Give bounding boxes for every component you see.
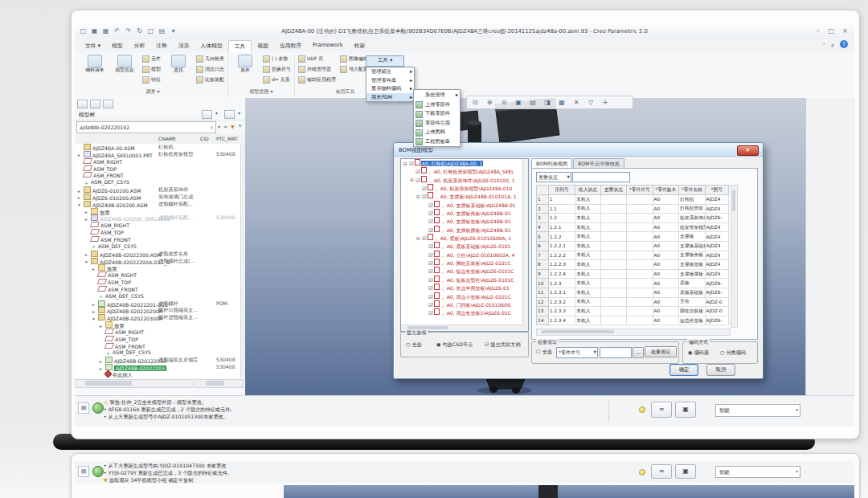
checkbox-checked-icon[interactable]: ☑ bbox=[428, 227, 433, 233]
tree-row[interactable]: ASM_FRONT bbox=[75, 286, 240, 293]
tree-row[interactable]: AJDZ48A-00.ASM灯检机 bbox=[75, 144, 240, 151]
tree-row[interactable]: ▸AJDZ48B-020220200A螺杆出瓶端装支... bbox=[75, 307, 240, 314]
browser-toggle-icon[interactable] bbox=[92, 466, 104, 477]
tree-row[interactable]: ▸AJDZ48B-020200_SKEL0001进瓶螺杆装配...S30408 bbox=[75, 214, 240, 222]
bom-table-row[interactable]: 81.2.2.3未检入A0支撑板垫板AJDZ4 bbox=[537, 260, 729, 270]
menu-item-工程图签章[interactable]: 工程图签章 bbox=[414, 137, 460, 146]
display-style-icon[interactable]: ▤ bbox=[526, 98, 539, 108]
add-filter-icon[interactable]: + bbox=[238, 123, 243, 129]
bom-tree-row[interactable]: ☑， A0, 支撑板垫板\AJDZ48B-01 bbox=[401, 217, 528, 225]
tree-row[interactable]: ▸AJDZ48B-02022201-D11进瓶螺杆POM bbox=[75, 300, 240, 308]
repaint-icon[interactable]: ▣ bbox=[512, 98, 525, 108]
bom-table-vscrollbar[interactable] bbox=[731, 185, 738, 328]
bom-tree-row[interactable]: ☑， A0, 支撑板撑板\AJDZ48B-01 bbox=[401, 226, 528, 234]
tree-row[interactable]: +ASM_DEF_CSYS bbox=[75, 349, 240, 357]
tree-h-scrollbar-left[interactable] bbox=[75, 379, 194, 388]
bom-column-检入状态[interactable]: 检入状态 bbox=[575, 186, 600, 195]
tools-flyout-button[interactable]: 工具 ▾ bbox=[366, 55, 404, 67]
tree-toggle-icon[interactable]: ▤ bbox=[78, 402, 89, 414]
batch-browse-button[interactable]: ... bbox=[633, 347, 644, 358]
tree-row[interactable]: ASM_TOP bbox=[75, 279, 240, 286]
tree-settings-dropdown[interactable]: ▾ bbox=[202, 110, 218, 119]
checkbox-checked-icon[interactable]: ☑ bbox=[428, 268, 433, 275]
tree-row[interactable]: +ASM_DEF_CSYS bbox=[75, 293, 240, 300]
tree-row[interactable]: ▸AJDZ6-010100.ASM机架及装饰件 bbox=[75, 186, 240, 194]
checkbox-checked-icon[interactable]: ☑ bbox=[428, 285, 433, 292]
bom-column-查重状态[interactable]: 查重状态 bbox=[600, 186, 626, 195]
ribbon-button-物料清单[interactable]: 物料清单 bbox=[81, 54, 108, 73]
checkbox-checked-icon[interactable]: ☑ bbox=[428, 260, 433, 267]
bom-table-row[interactable]: 21.1未检入A0灯检机骨架..AJDZ4 bbox=[537, 204, 729, 214]
batch-value-input[interactable] bbox=[600, 347, 632, 358]
tree-row[interactable]: ▸放置 bbox=[75, 208, 240, 215]
checkbox-checked-icon[interactable]: ☑ bbox=[409, 161, 414, 167]
tree-row[interactable]: ASM_TOP bbox=[75, 229, 240, 236]
maximize-button[interactable]: □ bbox=[827, 27, 836, 35]
bom-table-row[interactable]: 91.2.2.4未检入A0支撑板撑板AJDZ4 bbox=[537, 269, 729, 279]
ribbon-button-元件[interactable]: 元件 bbox=[142, 54, 161, 63]
bom-tree-row[interactable]: ☑， A0, 底板基础板\AJDZ6-0101 bbox=[401, 242, 528, 250]
bom-table-row[interactable]: 131.2.3.3未检入A0脚轮安装板AJDZ-0 bbox=[537, 307, 729, 316]
menu-item-用友PDM[interactable]: 用友PDM▸ bbox=[366, 93, 414, 102]
saved-orientations-icon[interactable]: ◨ bbox=[541, 98, 554, 108]
batch-fill-button[interactable]: 批量填写 bbox=[645, 346, 677, 357]
bom-table-row[interactable]: 51.2.2未检入A0支撑板AJDZ4 bbox=[537, 232, 729, 242]
cancel-button[interactable]: 取消 bbox=[706, 364, 735, 376]
menu-tab-分析[interactable]: 分析 bbox=[129, 40, 151, 52]
menu-tab-渲染[interactable]: 渲染 bbox=[173, 40, 195, 52]
dialog-close-button[interactable]: ✕ bbox=[737, 145, 759, 156]
expander-icon[interactable]: ⊟ bbox=[416, 193, 422, 201]
bom-tree-row[interactable]: ⊟☑， A0, 支撑板\AJDZ48B-010101A, 1 bbox=[401, 192, 528, 200]
bom-tree-vscrollbar[interactable] bbox=[522, 159, 528, 331]
tree-row[interactable]: ▸AJDZ6-010200.ASM装饰玻璃门总成 bbox=[75, 194, 240, 201]
tree-row[interactable]: ▸AJDZ48A_SKEL0001.PRT灯检机骨架模型S30408 bbox=[75, 151, 240, 158]
tree-row[interactable]: 在此插入 bbox=[75, 371, 240, 378]
radio-coder[interactable]: ◉ 编码器 bbox=[688, 349, 709, 357]
tree-row[interactable]: ASM_FRONT bbox=[75, 172, 240, 179]
bom-tree-row[interactable]: ☑， A0, 短板造型柱\AJDZ6-0101C bbox=[401, 276, 528, 284]
bom-column-*图号[interactable]: *图号 bbox=[705, 186, 728, 195]
menu-item-下载零部件[interactable]: 下载零部件 bbox=[414, 108, 460, 118]
bom-table-hscrollbar[interactable] bbox=[536, 329, 731, 336]
checkbox-checked-icon[interactable]: ☑ bbox=[422, 235, 427, 242]
tree-show-dropdown[interactable]: ▾ bbox=[224, 110, 240, 119]
ribbon-button-几何检查[interactable]: 几何检查 bbox=[196, 54, 224, 63]
help-icon[interactable]: ? bbox=[840, 40, 848, 48]
tree-row[interactable]: ▾AJDZ48B-020220300A螺杆进瓶端装支... bbox=[75, 314, 240, 321]
bom-tree-row[interactable]: ☑， A0, 短边长垫板\AJDZ6-0101C bbox=[401, 267, 528, 275]
dup-status-combo[interactable]: 查重状态 ▼ bbox=[536, 172, 571, 182]
tree-row[interactable]: ▾AJDZ48B-02022200A-D11_5进瓶螺杆总成(... bbox=[75, 258, 240, 265]
checkbox-checked-icon[interactable]: ☑ bbox=[422, 194, 427, 200]
bom-table-row[interactable]: 121.2.3.2未检入A0立柱AJDZ-0 bbox=[537, 297, 729, 307]
menu-tab-工具[interactable]: 工具 bbox=[228, 40, 252, 52]
tree-row[interactable]: ASM_RIGHT bbox=[75, 158, 240, 165]
ribbon-button-外线管理器[interactable]: 外线管理器 bbox=[298, 64, 336, 74]
expander-icon[interactable]: ⊟ bbox=[403, 160, 409, 168]
ribbon-button-( ) 参数[interactable]: ( ) 参数 bbox=[263, 54, 291, 63]
tree-search-input[interactable]: ajdz48b-020220102 × bbox=[76, 121, 216, 133]
selection-filter-combo[interactable]: 智能 ▾ bbox=[715, 466, 800, 478]
minimize-ribbon-icon[interactable]: ^ bbox=[821, 42, 825, 47]
zoom-in-icon[interactable]: ⊕ bbox=[483, 98, 496, 108]
annotation-display-icon[interactable]: ▽ bbox=[584, 98, 597, 108]
bom-column-rownum[interactable] bbox=[537, 186, 549, 195]
bom-tree-row[interactable]: ⊟☑， A0, 底板\AJDZ6-01010600A, 1 bbox=[401, 234, 528, 242]
clear-search-icon[interactable]: × bbox=[210, 124, 214, 131]
ribbon-button-消息日志[interactable]: 消息日志 bbox=[196, 64, 224, 74]
bom-table-row[interactable]: 11未检入A0灯检机AJDZ4 bbox=[537, 195, 729, 205]
menu-item-零部件引用[interactable]: 零部件引用 bbox=[414, 118, 460, 128]
tree-row[interactable]: +ASM_DEF_CSYS bbox=[75, 179, 240, 186]
column-cid[interactable]: CID bbox=[200, 136, 209, 141]
folder-browser-tab-icon[interactable] bbox=[90, 100, 100, 108]
ribbon-button-切换符号[interactable]: 切换符号 bbox=[263, 64, 291, 74]
tree-row[interactable]: ▸放置 bbox=[75, 321, 240, 329]
view-manager-icon[interactable]: ▦ bbox=[555, 98, 568, 108]
zoom-out-icon[interactable]: ⊖ bbox=[497, 98, 510, 108]
bom-table-row[interactable]: 71.2.2.2未检入A0支撑板角板AJDZ4 bbox=[537, 251, 729, 260]
datum-display-icon[interactable]: ✕ bbox=[570, 98, 583, 108]
tree-row[interactable]: ▸放置 bbox=[75, 264, 240, 271]
dup-filter-input[interactable] bbox=[572, 172, 630, 182]
refit-icon[interactable]: ⊡ bbox=[469, 98, 481, 108]
bom-tree-row[interactable]: ☑， A0, 支撑板角板\AJDZ48B-01 bbox=[401, 209, 528, 217]
bom-table-row[interactable]: 31.2未检入A0机架及装饰件AJDZ6- bbox=[537, 214, 729, 223]
